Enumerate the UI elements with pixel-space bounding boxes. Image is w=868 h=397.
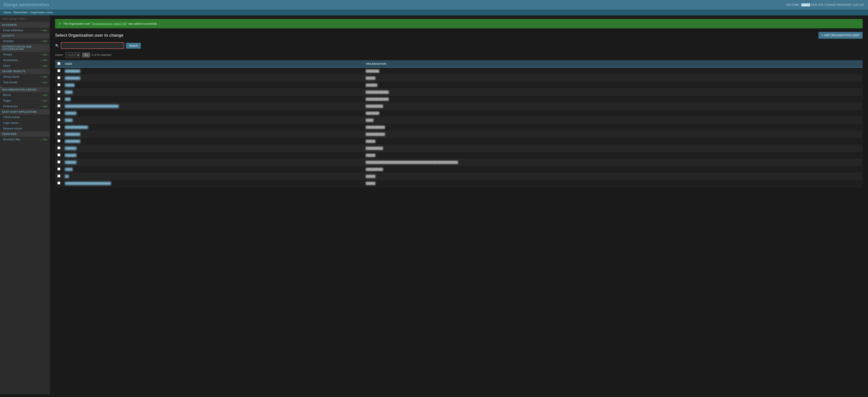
permissions-link[interactable]: Permissions bbox=[3, 59, 18, 62]
groups-add-link[interactable]: + Add bbox=[41, 53, 47, 56]
table-row: ████████ █████ bbox=[55, 75, 863, 82]
activities-add-link[interactable]: + Add bbox=[41, 40, 47, 42]
row-user-link[interactable]: ████████ bbox=[65, 133, 80, 136]
row-checkbox[interactable] bbox=[57, 118, 60, 121]
change-password-link[interactable]: CHANGE PASSWORD bbox=[826, 3, 851, 6]
permissions-add-link[interactable]: + Add bbox=[41, 59, 47, 62]
view-site-link[interactable]: VIEW SITE bbox=[811, 3, 824, 6]
row-user-link[interactable]: ████ bbox=[65, 168, 72, 171]
row-user-link[interactable]: ██████ bbox=[65, 147, 76, 150]
row-checkbox[interactable] bbox=[57, 83, 60, 86]
row-org: ████████████████████████████████████████… bbox=[364, 159, 863, 166]
row-org: ████████████ bbox=[364, 89, 863, 96]
sidebar-item-task-results: Task results + Add bbox=[0, 80, 50, 85]
row-user-link[interactable]: ██████ bbox=[65, 112, 76, 115]
row-org: █████████ bbox=[364, 166, 863, 173]
action-select[interactable]: -------- bbox=[65, 52, 80, 58]
users-link[interactable]: Users bbox=[3, 64, 10, 67]
request-events-link[interactable]: Request events bbox=[3, 127, 22, 130]
groups-link[interactable]: Groups bbox=[3, 53, 12, 56]
row-org: █████ bbox=[364, 75, 863, 82]
select-all-th bbox=[55, 60, 63, 67]
row-user-link[interactable]: ██ bbox=[65, 175, 69, 178]
row-checkbox[interactable] bbox=[57, 90, 60, 93]
collapse-button[interactable]: « bbox=[0, 85, 2, 89]
group-results-add-link[interactable]: + Add bbox=[41, 75, 47, 78]
row-checkbox[interactable] bbox=[57, 168, 60, 170]
row-org: ███████ bbox=[364, 67, 863, 75]
row-user-link[interactable]: ████████████████████████████ bbox=[65, 105, 119, 108]
search-input[interactable] bbox=[61, 42, 124, 49]
logout-link[interactable]: LOG OUT bbox=[853, 3, 864, 6]
success-banner: ✔ The Organisation user "OrganisationUse… bbox=[55, 19, 863, 28]
table-row: ██████ ███████ bbox=[55, 110, 863, 117]
search-icon: 🔍 bbox=[55, 44, 59, 48]
row-user: ████ bbox=[63, 89, 364, 96]
row-user-link[interactable]: ██████ bbox=[65, 154, 76, 157]
pages-add-link[interactable]: + Add bbox=[41, 100, 47, 102]
blocks-link[interactable]: Blocks bbox=[3, 93, 11, 97]
row-checkbox[interactable] bbox=[57, 111, 60, 114]
activities-link[interactable]: Activities bbox=[3, 39, 14, 43]
table-row: ██████ █████ bbox=[55, 152, 863, 159]
row-user: ████████████████████████████ bbox=[63, 103, 364, 110]
task-results-link[interactable]: Task results bbox=[3, 81, 18, 84]
row-checkbox[interactable] bbox=[57, 97, 60, 100]
boundary-files-link[interactable]: Boundary files bbox=[3, 138, 20, 141]
row-checkbox[interactable] bbox=[57, 69, 60, 72]
success-text: The Organisation user "OrganisationUser … bbox=[63, 22, 157, 25]
task-results-add-link[interactable]: + Add bbox=[41, 81, 47, 84]
preferences-link[interactable]: Preferences bbox=[3, 105, 18, 108]
email-addresses-add-link[interactable]: + Add bbox=[41, 29, 47, 32]
row-checkbox-cell bbox=[55, 145, 63, 152]
breadcrumb-stakeholder[interactable]: Stakeholder bbox=[13, 11, 28, 14]
row-checkbox-cell bbox=[55, 82, 63, 89]
blocks-add-link[interactable]: + Add bbox=[41, 94, 47, 96]
row-user-link[interactable]: ███ bbox=[65, 97, 71, 101]
group-results-link[interactable]: Group results bbox=[3, 75, 20, 78]
preferences-add-link[interactable]: + Add bbox=[41, 105, 47, 108]
row-checkbox[interactable] bbox=[57, 104, 60, 107]
row-user-link[interactable]: █████ bbox=[65, 84, 74, 87]
row-checkbox[interactable] bbox=[57, 181, 60, 185]
sidebar-section-doc-center: DOCUMENTATION CENTER bbox=[0, 87, 50, 92]
add-organisation-user-button[interactable]: + ADD ORGANISATION USER bbox=[818, 32, 863, 39]
login-events-link[interactable]: Login events bbox=[3, 121, 19, 124]
go-button[interactable]: Go bbox=[82, 53, 90, 57]
row-checkbox[interactable] bbox=[57, 161, 60, 163]
sidebar-filter-input[interactable] bbox=[0, 16, 50, 22]
row-user-link[interactable]: ████████ bbox=[65, 140, 80, 143]
row-checkbox[interactable] bbox=[57, 139, 60, 142]
user-column-header[interactable]: USER bbox=[63, 60, 364, 67]
row-checkbox[interactable] bbox=[57, 153, 60, 157]
row-org: ████████████ bbox=[364, 96, 863, 103]
row-checkbox[interactable] bbox=[57, 133, 60, 135]
breadcrumb-home[interactable]: Home bbox=[4, 11, 11, 14]
select-all-checkbox[interactable] bbox=[57, 62, 60, 65]
crud-events-link[interactable]: CRUD events bbox=[3, 116, 20, 119]
row-user-link[interactable]: ████ bbox=[65, 119, 72, 122]
row-user-link[interactable]: ████████ bbox=[65, 77, 80, 80]
row-checkbox[interactable] bbox=[57, 76, 60, 79]
row-checkbox[interactable] bbox=[57, 174, 60, 177]
organisation-column-header[interactable]: ORGANISATION bbox=[364, 60, 863, 67]
email-addresses-link[interactable]: Email addresses bbox=[3, 29, 23, 32]
boundary-files-add-link[interactable]: + Add bbox=[41, 138, 47, 141]
content-area: ✔ The Organisation user "OrganisationUse… bbox=[50, 16, 868, 394]
row-checkbox-cell bbox=[55, 159, 63, 166]
table-row: ███ ████████████ bbox=[55, 96, 863, 103]
row-checkbox[interactable] bbox=[57, 125, 60, 128]
row-user-link[interactable]: ██████ bbox=[65, 161, 76, 164]
pages-link[interactable]: Pages bbox=[3, 99, 11, 102]
action-label: Action: bbox=[55, 53, 64, 57]
row-checkbox[interactable] bbox=[57, 146, 60, 149]
row-user-link[interactable]: ████████████ bbox=[65, 125, 88, 129]
users-add-link[interactable]: + Add bbox=[41, 64, 47, 67]
search-button[interactable]: Search bbox=[126, 43, 141, 49]
row-user-link[interactable]: ████ bbox=[65, 90, 72, 94]
row-org: █████████ bbox=[364, 103, 863, 110]
table-row: ████████ ██████████ bbox=[55, 131, 863, 138]
row-user-link[interactable]: ████████ bbox=[65, 69, 80, 73]
row-user-link[interactable]: ████████████████████████ bbox=[65, 182, 111, 185]
success-link[interactable]: OrganisationUser object (68) bbox=[92, 22, 126, 25]
